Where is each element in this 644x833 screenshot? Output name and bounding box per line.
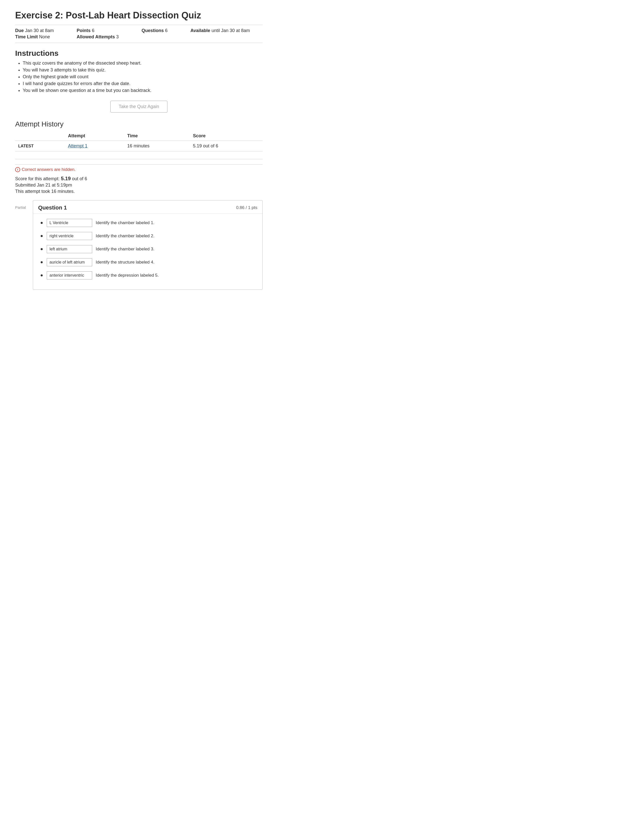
answer-item-4: auricle of left atrium Identify the stru… — [41, 258, 255, 266]
answer-box-3: left atrium — [47, 245, 92, 253]
question-1-title: Question 1 — [38, 204, 67, 211]
attempt-history-heading: Attempt History — [15, 120, 262, 128]
meta-grid: Due Jan 30 at 8am Points 6 Questions 6 A… — [15, 28, 262, 40]
history-divider — [15, 159, 262, 159]
answer-item-5: anterior interventric Identify the depre… — [41, 271, 255, 280]
score-info: Score for this attempt: 5.19 out of 6 — [15, 176, 262, 182]
question-1-header: Question 1 0.86 / 1 pts — [33, 200, 262, 214]
instruction-item-4: I will hand grade quizzes for errors aft… — [23, 81, 262, 86]
instruction-item-2: You will have 3 attempts to take this qu… — [23, 68, 262, 73]
score-total: out of 6 — [72, 176, 87, 181]
instructions-list: This quiz covers the anatomy of the diss… — [15, 61, 262, 93]
questions-info: Questions 6 — [142, 28, 180, 33]
attempt-score: 5.19 out of 6 — [190, 141, 262, 151]
points-info: Points 6 — [77, 28, 132, 33]
question-1-pts: 0.86 / 1 pts — [236, 205, 258, 210]
table-row: LATEST Attempt 1 16 minutes 5.19 out of … — [15, 141, 262, 151]
instruction-item-1: This quiz covers the anatomy of the diss… — [23, 61, 262, 66]
take-quiz-again-button[interactable]: Take the Quiz Again — [110, 101, 167, 113]
answer-label-1: Identify the chamber labeled 1. — [96, 220, 154, 225]
score-value: 5.19 — [61, 176, 71, 181]
instruction-item-3: Only the highest grade will count — [23, 74, 262, 79]
bullet-dot-3 — [41, 248, 43, 250]
attempt-status: LATEST — [15, 141, 65, 151]
answer-label-3: Identify the chamber labeled 3. — [96, 247, 154, 252]
submitted-info: Submitted Jan 21 at 5:19pm — [15, 182, 262, 188]
info-icon: ! — [15, 167, 20, 172]
attempt-1-link[interactable]: Attempt 1 — [68, 143, 87, 148]
correct-answers-text: Correct answers are hidden. — [22, 167, 76, 172]
allowed-attempts-info: Allowed Attempts 3 — [77, 34, 132, 40]
correct-answers-notice: ! Correct answers are hidden. — [15, 167, 262, 172]
bullet-dot-2 — [41, 235, 43, 237]
attempt-time: 16 minutes — [124, 141, 190, 151]
answer-box-1: L Ventricle — [47, 219, 92, 227]
due-info: Due Jan 30 at 8am — [15, 28, 67, 33]
meta-divider — [15, 43, 262, 43]
bullet-dot-1 — [41, 222, 43, 224]
answer-box-5: anterior interventric — [47, 271, 92, 280]
available-info: Available until Jan 30 at 8am — [190, 28, 262, 33]
answer-list: L Ventricle Identify the chamber labeled… — [41, 219, 255, 280]
attempt-table: Attempt Time Score LATEST Attempt 1 16 m… — [15, 131, 262, 151]
page-title: Exercise 2: Post-Lab Heart Dissection Qu… — [15, 10, 262, 21]
time-limit-info: Time Limit None — [15, 34, 67, 40]
question-1-body: L Ventricle Identify the chamber labeled… — [33, 214, 262, 289]
bullet-dot-5 — [41, 274, 43, 277]
score-label: Score for this attempt: — [15, 176, 60, 181]
partial-label: Partial — [15, 205, 26, 209]
answer-box-2: right ventricle — [47, 232, 92, 240]
answer-label-4: Identify the structure labeled 4. — [96, 260, 154, 265]
col-time: Time — [124, 131, 190, 141]
time-taken-info: This attempt took 16 minutes. — [15, 189, 262, 194]
quiz-btn-container: Take the Quiz Again — [15, 101, 262, 113]
title-divider — [15, 25, 262, 25]
answer-label-5: Identify the depression labeled 5. — [96, 273, 159, 278]
instruction-item-5: You will be shown one question at a time… — [23, 88, 262, 93]
attempt-history-section: Attempt History Attempt Time Score LATES… — [15, 120, 262, 151]
answer-label-2: Identify the chamber labeled 2. — [96, 233, 154, 238]
answer-item-2: right ventricle Identify the chamber lab… — [41, 232, 255, 240]
answer-item-3: left atrium Identify the chamber labeled… — [41, 245, 255, 253]
instructions-heading: Instructions — [15, 49, 262, 58]
bullet-dot-4 — [41, 261, 43, 263]
question-1-wrapper: Partial Question 1 0.86 / 1 pts L Ventri… — [33, 200, 262, 290]
question-1-block: Question 1 0.86 / 1 pts L Ventricle Iden… — [33, 200, 262, 290]
col-score: Score — [190, 131, 262, 141]
answer-box-4: auricle of left atrium — [47, 258, 92, 266]
col-attempt: Attempt — [65, 131, 124, 141]
col-status — [15, 131, 65, 141]
answer-item-1: L Ventricle Identify the chamber labeled… — [41, 219, 255, 227]
score-section: ! Correct answers are hidden. Score for … — [15, 164, 262, 290]
attempt-link-cell: Attempt 1 — [65, 141, 124, 151]
